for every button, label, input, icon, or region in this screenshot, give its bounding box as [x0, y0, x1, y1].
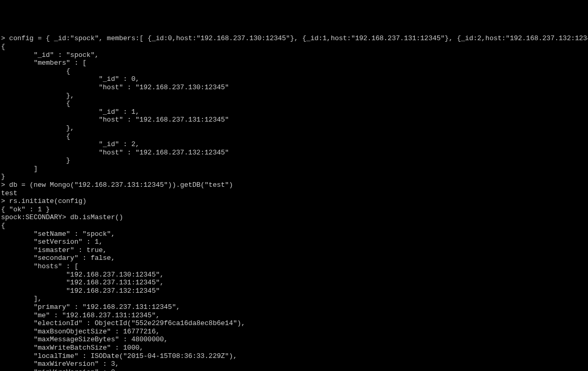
- terminal-line: "me" : "192.168.237.131:12345",: [1, 312, 587, 320]
- terminal-line: "electionId" : ObjectId("552e229f6ca16da…: [1, 319, 587, 328]
- terminal-line: }: [1, 173, 587, 181]
- terminal-line: "_id" : "spock",: [1, 51, 587, 59]
- terminal-line: ]: [1, 165, 587, 173]
- terminal-line: spock:SECONDARY> db.isMaster(): [1, 213, 587, 222]
- terminal-line: "localTime" : ISODate("2015-04-15T08:36:…: [1, 352, 587, 361]
- terminal-line: {: [1, 100, 587, 108]
- terminal-line: },: [1, 92, 587, 100]
- terminal-line: {: [1, 133, 587, 141]
- terminal-line: "minWireVersion" : 0,: [1, 368, 587, 371]
- terminal-line: {: [1, 43, 587, 51]
- terminal-line: "_id" : 2,: [1, 140, 587, 149]
- terminal-line: "setVersion" : 1,: [1, 238, 587, 246]
- terminal-line: },: [1, 124, 587, 133]
- terminal-line: "host" : "192.168.237.131:12345": [1, 116, 587, 124]
- terminal-line: ],: [1, 295, 587, 303]
- terminal-line: test: [1, 189, 587, 198]
- terminal[interactable]: > config = { _id:"spock", members:[ {_id…: [1, 34, 587, 371]
- terminal-line: {: [1, 67, 587, 76]
- terminal-line: "192.168.237.132:12345": [1, 287, 587, 295]
- terminal-line: "_id" : 0,: [1, 75, 587, 83]
- terminal-line: "secondary" : false,: [1, 254, 587, 262]
- terminal-line: "192.168.237.130:12345",: [1, 271, 587, 279]
- terminal-line: }: [1, 157, 587, 165]
- terminal-line: "_id" : 1,: [1, 108, 587, 116]
- terminal-line: "members" : [: [1, 59, 587, 67]
- terminal-line: { "ok" : 1 }: [1, 206, 587, 214]
- terminal-line: "hosts" : [: [1, 262, 587, 271]
- terminal-line: > db = (new Mongo("192.168.237.131:12345…: [1, 181, 587, 189]
- terminal-line: "primary" : "192.168.237.131:12345",: [1, 303, 587, 312]
- terminal-line: "192.168.237.131:12345",: [1, 279, 587, 287]
- terminal-line: "setName" : "spock",: [1, 230, 587, 238]
- terminal-line: "maxWriteBatchSize" : 1000,: [1, 344, 587, 352]
- terminal-line: "host" : "192.168.237.132:12345": [1, 149, 587, 157]
- terminal-line: "ismaster" : true,: [1, 246, 587, 255]
- terminal-line: > config = { _id:"spock", members:[ {_id…: [1, 34, 587, 43]
- terminal-line: "maxBsonObjectSize" : 16777216,: [1, 328, 587, 336]
- terminal-line: {: [1, 222, 587, 230]
- terminal-line: "maxWireVersion" : 3,: [1, 360, 587, 368]
- terminal-line: "host" : "192.168.237.130:12345": [1, 83, 587, 92]
- terminal-line: "maxMessageSizeBytes" : 48000000,: [1, 336, 587, 344]
- terminal-line: > rs.initiate(config): [1, 197, 587, 206]
